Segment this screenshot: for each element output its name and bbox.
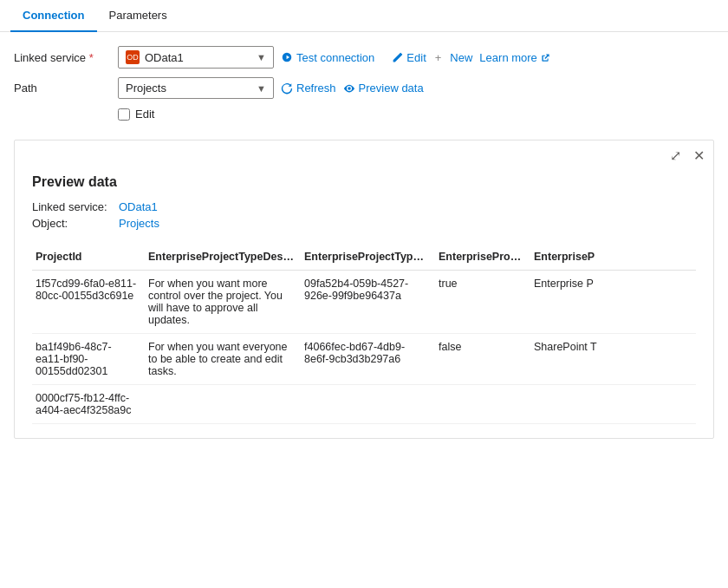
preview-content: Preview data Linked service: OData1 Obje…	[15, 167, 713, 438]
meta-linked-service: Linked service: OData1	[32, 200, 696, 213]
table-row: ba1f49b6-48c7-ea11-bf90-00155dd02301For …	[32, 334, 696, 385]
col-header-is-default: EnterpriseProjectTypeIsDefault	[435, 244, 530, 271]
table-cell: 0000cf75-fb12-4ffc-a404-aec4f3258a9c	[32, 385, 145, 424]
tab-bar: Connection Parameters	[0, 0, 728, 32]
edit-btn[interactable]: Edit	[392, 51, 426, 64]
refresh-btn[interactable]: Refresh	[281, 82, 336, 95]
close-btn[interactable]: ✕	[692, 146, 706, 166]
table-cell: 1f57cd99-6fa0-e811-80cc-00155d3c691e	[32, 271, 145, 334]
test-connection-icon	[281, 51, 293, 63]
dropdown-chevron: ▼	[257, 52, 266, 62]
table-row: 0000cf75-fb12-4ffc-a404-aec4f3258a9c	[32, 385, 696, 424]
path-value: Projects	[126, 82, 251, 95]
meta-ls-val: OData1	[119, 200, 158, 213]
preview-panel: ⤢ ✕ Preview data Linked service: OData1 …	[14, 140, 714, 439]
linked-service-row: Linked service * OD OData1 ▼ Test connec…	[14, 46, 714, 69]
meta-obj-val: Projects	[119, 217, 159, 230]
edit-icon	[392, 52, 403, 63]
refresh-icon	[281, 82, 293, 95]
table-cell: true	[435, 271, 530, 334]
learn-more-link[interactable]: Learn more	[479, 51, 549, 64]
meta-ls-key: Linked service:	[32, 200, 119, 213]
col-header-desc: EnterpriseProjectTypeDescription	[145, 244, 301, 271]
linked-service-dropdown[interactable]: OD OData1 ▼	[118, 46, 274, 69]
table-cell: f4066fec-bd67-4db9-8e6f-9cb3d3b297a6	[301, 334, 435, 385]
path-controls: Projects ▼ Refresh Preview data	[118, 77, 424, 99]
preview-title: Preview data	[32, 174, 696, 190]
table-cell	[435, 385, 530, 424]
table-cell: For when you want more control over the …	[145, 271, 301, 334]
meta-obj-key: Object:	[32, 217, 119, 230]
preview-icon	[343, 82, 355, 95]
col-header-type-id: EnterpriseProjectTypeId	[301, 244, 435, 271]
table-cell: Enterprise P	[530, 271, 696, 334]
external-link-icon	[541, 53, 550, 62]
tab-connection[interactable]: Connection	[10, 0, 97, 32]
table-cell: For when you want everyone to be able to…	[145, 334, 301, 385]
edit-checkbox[interactable]	[118, 108, 130, 121]
path-dropdown-chevron: ▼	[257, 83, 266, 94]
linked-service-label: Linked service *	[14, 51, 118, 64]
path-label: Path	[14, 82, 118, 95]
new-btn[interactable]: New	[450, 51, 472, 64]
col-header-project-id: ProjectId	[32, 244, 145, 271]
expand-btn[interactable]: ⤢	[668, 146, 683, 166]
edit-checkbox-row: Edit	[118, 108, 714, 121]
form-area: Linked service * OD OData1 ▼ Test connec…	[0, 32, 728, 133]
path-dropdown[interactable]: Projects ▼	[118, 77, 274, 99]
table-cell: false	[435, 334, 530, 385]
table-header-row: ProjectId EnterpriseProjectTypeDescripti…	[32, 244, 696, 271]
col-header-ep: EnterpriseP	[530, 244, 696, 271]
path-row: Path Projects ▼ Refresh Preview data	[14, 77, 714, 99]
table-cell: SharePoint T	[530, 334, 696, 385]
panel-header: ⤢ ✕	[15, 140, 713, 167]
table-cell	[145, 385, 301, 424]
test-connection-btn[interactable]: Test connection	[281, 51, 374, 64]
table-row: 1f57cd99-6fa0-e811-80cc-00155d3c691eFor …	[32, 271, 696, 334]
table-cell	[530, 385, 696, 424]
tab-parameters[interactable]: Parameters	[97, 0, 179, 32]
linked-service-value: OData1	[145, 51, 251, 64]
table-cell	[301, 385, 435, 424]
table-cell: 09fa52b4-059b-4527-926e-99f9be96437a	[301, 271, 435, 334]
preview-data-btn[interactable]: Preview data	[343, 82, 424, 95]
table-cell: ba1f49b6-48c7-ea11-bf90-00155dd02301	[32, 334, 145, 385]
separator-2: +	[435, 51, 442, 64]
linked-service-controls: OD OData1 ▼ Test connection Edit + New	[118, 46, 550, 69]
odata-icon: OD	[126, 50, 140, 64]
edit-checkbox-label: Edit	[135, 108, 154, 121]
meta-object: Object: Projects	[32, 217, 696, 230]
preview-table: ProjectId EnterpriseProjectTypeDescripti…	[32, 244, 696, 424]
